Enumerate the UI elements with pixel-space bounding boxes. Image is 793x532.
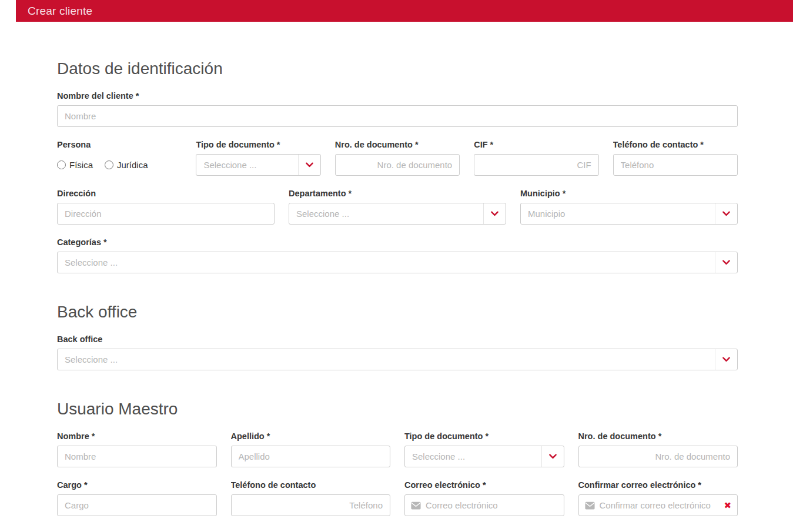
categorias-select[interactable]: Seleccione ... xyxy=(57,252,738,273)
chevron-down-icon xyxy=(298,155,320,175)
categorias-placeholder: Seleccione ... xyxy=(58,252,715,273)
field-um-apellido: Apellido * xyxy=(231,431,391,467)
header-bar: Crear cliente xyxy=(16,0,793,22)
cif-label: CIF * xyxy=(474,140,598,149)
back-office-select[interactable]: Seleccione ... xyxy=(57,349,738,370)
back-office-label: Back office xyxy=(57,334,738,344)
persona-radio-group: Física Jurídica xyxy=(57,154,182,176)
cif-input[interactable] xyxy=(474,154,598,176)
field-persona: Persona Física Jurídica xyxy=(57,140,182,176)
chevron-down-icon xyxy=(715,252,737,273)
error-x-icon: ✖ xyxy=(724,501,731,510)
field-um-nombre: Nombre * xyxy=(57,431,217,467)
field-nombre-cliente: Nombre del cliente * xyxy=(57,91,738,127)
nombre-cliente-label: Nombre del cliente * xyxy=(57,91,738,101)
tipo-documento-label: Tipo de documento * xyxy=(196,140,320,149)
section-title-identificacion: Datos de identificación xyxy=(57,59,738,78)
departamento-select[interactable]: Seleccione ... xyxy=(289,203,506,225)
field-direccion: Dirección xyxy=(57,189,275,225)
chevron-down-icon xyxy=(715,203,737,224)
field-telefono-contacto: Teléfono de contacto * xyxy=(613,140,738,176)
um-confirmar-correo-label: Confirmar correo electrónico * xyxy=(578,480,738,490)
um-telefono-input[interactable] xyxy=(231,494,391,516)
um-nro-documento-label: Nro. de documento * xyxy=(578,431,738,441)
municipio-placeholder: Municipio xyxy=(521,203,715,224)
nro-documento-label: Nro. de documento * xyxy=(335,140,460,149)
chevron-down-icon xyxy=(483,203,506,224)
um-confirmar-correo-input[interactable] xyxy=(600,495,720,516)
field-um-tipo-documento: Tipo de documento * Seleccione ... xyxy=(404,431,564,467)
back-office-placeholder: Seleccione ... xyxy=(58,349,715,370)
radio-fisica-input[interactable] xyxy=(57,160,66,169)
radio-juridica-input[interactable] xyxy=(105,160,113,169)
field-um-telefono: Teléfono de contacto xyxy=(231,480,391,516)
field-um-correo: Correo electrónico * xyxy=(404,480,564,516)
um-cargo-input[interactable] xyxy=(57,494,217,516)
departamento-label: Departamento * xyxy=(289,189,506,198)
tipo-documento-select[interactable]: Seleccione ... xyxy=(196,154,320,176)
radio-fisica[interactable]: Física xyxy=(57,160,93,170)
envelope-icon xyxy=(585,501,595,510)
direccion-input[interactable] xyxy=(57,203,275,225)
municipio-select[interactable]: Municipio xyxy=(520,203,738,225)
field-nro-documento: Nro. de documento * xyxy=(335,140,460,176)
field-departamento: Departamento * Seleccione ... xyxy=(289,189,506,225)
um-correo-inputwrap xyxy=(404,494,564,516)
um-tipo-documento-select[interactable]: Seleccione ... xyxy=(404,446,564,467)
persona-label: Persona xyxy=(57,140,182,149)
section-title-back-office: Back office xyxy=(57,303,738,322)
radio-juridica[interactable]: Jurídica xyxy=(105,160,148,170)
departamento-placeholder: Seleccione ... xyxy=(289,203,483,224)
field-um-cargo: Cargo * xyxy=(57,480,217,516)
field-municipio: Municipio * Municipio xyxy=(520,189,738,225)
um-correo-input[interactable] xyxy=(426,495,558,516)
telefono-contacto-label: Teléfono de contacto * xyxy=(613,140,738,149)
field-um-nro-documento: Nro. de documento * xyxy=(578,431,738,467)
um-nombre-label: Nombre * xyxy=(57,431,217,441)
um-tipo-documento-label: Tipo de documento * xyxy=(404,431,564,441)
um-tipo-documento-placeholder: Seleccione ... xyxy=(405,446,541,467)
um-apellido-input[interactable] xyxy=(231,446,391,467)
envelope-icon xyxy=(411,501,421,510)
tipo-documento-placeholder: Seleccione ... xyxy=(196,155,297,175)
um-apellido-label: Apellido * xyxy=(231,431,391,441)
um-correo-label: Correo electrónico * xyxy=(404,480,564,490)
radio-fisica-label: Física xyxy=(69,160,93,170)
nro-documento-input[interactable] xyxy=(335,154,460,176)
direccion-label: Dirección xyxy=(57,189,275,198)
telefono-contacto-input[interactable] xyxy=(613,154,738,176)
um-confirmar-correo-inputwrap: ✖ xyxy=(578,494,738,516)
section-title-usuario-maestro: Usuario Maestro xyxy=(57,400,738,419)
chevron-down-icon xyxy=(541,446,564,467)
field-cif: CIF * xyxy=(474,140,598,176)
form-content: Datos de identificación Nombre del clien… xyxy=(0,22,793,532)
um-cargo-label: Cargo * xyxy=(57,480,217,490)
municipio-label: Municipio * xyxy=(520,189,738,198)
field-back-office: Back office Seleccione ... xyxy=(57,334,738,370)
categorias-label: Categorías * xyxy=(57,237,738,247)
um-nombre-input[interactable] xyxy=(57,446,217,467)
field-tipo-documento: Tipo de documento * Seleccione ... xyxy=(196,140,320,176)
page-title: Crear cliente xyxy=(28,5,92,18)
chevron-down-icon xyxy=(715,349,737,370)
field-categorias: Categorías * Seleccione ... xyxy=(57,237,738,273)
um-nro-documento-input[interactable] xyxy=(578,446,738,467)
um-telefono-label: Teléfono de contacto xyxy=(231,480,391,490)
nombre-cliente-input[interactable] xyxy=(57,105,738,127)
field-um-confirmar-correo: Confirmar correo electrónico * ✖ xyxy=(578,480,738,516)
radio-juridica-label: Jurídica xyxy=(117,160,148,170)
